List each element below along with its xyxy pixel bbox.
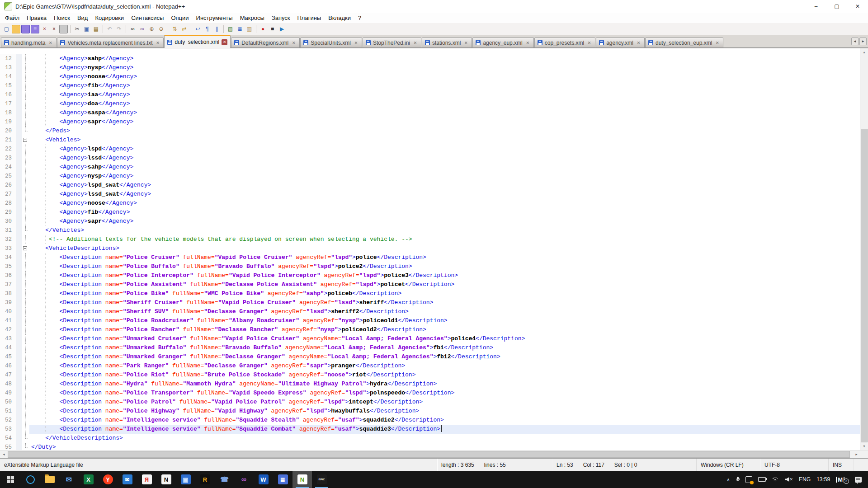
- code-line-47[interactable]: 47 <Description name="Police Riot" fullN…: [0, 371, 868, 380]
- code-line-25[interactable]: 25 <Agency>nysp</Agency>: [0, 172, 868, 181]
- code-text[interactable]: <Description name="Sheriff SUV" fullName…: [29, 307, 868, 316]
- code-line-48[interactable]: 48 <Description name="Hydra" fullName="M…: [0, 380, 868, 389]
- document-map-button[interactable]: ▧: [226, 25, 235, 33]
- clock[interactable]: 13:59: [816, 476, 830, 483]
- code-text[interactable]: <Description name="Police Transporter" f…: [29, 389, 868, 398]
- bookmark-margin[interactable]: [16, 208, 22, 217]
- cortana-search-button[interactable]: [21, 471, 40, 488]
- code-text[interactable]: <Description name="Hydra" fullName="Mamm…: [29, 380, 868, 389]
- bookmark-margin[interactable]: [16, 226, 22, 235]
- code-text[interactable]: <Description name="Police Bike" fullName…: [29, 289, 868, 298]
- status-insert-mode[interactable]: INS: [828, 459, 853, 471]
- code-text[interactable]: <Agency>lspd_swat</Agency>: [29, 181, 868, 190]
- line-number[interactable]: 45: [0, 352, 16, 361]
- battery-icon[interactable]: [758, 477, 766, 482]
- line-number[interactable]: 52: [0, 416, 16, 425]
- line-number[interactable]: 34: [0, 253, 16, 262]
- taskbar-notion-icon[interactable]: N: [156, 471, 176, 488]
- code-line-41[interactable]: 41 <Description name="Police Roadcruiser…: [0, 316, 868, 325]
- code-line-17[interactable]: 17 <Agency>doa</Agency>: [0, 99, 868, 108]
- code-line-37[interactable]: 37 <Description name="Police Assistent" …: [0, 280, 868, 289]
- code-text[interactable]: <Agency>noose</Agency>: [29, 199, 868, 208]
- code-text[interactable]: <Description name="Police Buffalo" fullN…: [29, 262, 868, 271]
- fold-collapse-icon[interactable]: [22, 244, 29, 253]
- tab-close-icon[interactable]: ✕: [714, 40, 720, 46]
- line-number[interactable]: 46: [0, 361, 16, 371]
- code-text[interactable]: <Description name="Unmarked Cruiser" ful…: [29, 334, 868, 343]
- menu-item-edit[interactable]: Правка: [23, 14, 50, 22]
- bookmark-margin[interactable]: [16, 199, 22, 208]
- taskbar-file-explorer-icon[interactable]: [40, 471, 59, 488]
- new-file-button[interactable]: ▢: [2, 25, 11, 33]
- tab-stations.xml[interactable]: stations.xml✕: [422, 38, 472, 47]
- close-button[interactable]: ✕: [847, 0, 868, 13]
- bookmark-margin[interactable]: [16, 434, 22, 443]
- code-line-15[interactable]: 15 <Agency>fib</Agency>: [0, 81, 868, 90]
- code-line-22[interactable]: 22 <Agency>lspd</Agency>: [0, 145, 868, 154]
- bookmark-margin[interactable]: [16, 136, 22, 145]
- bookmark-margin[interactable]: [16, 127, 22, 136]
- code-line-34[interactable]: 34 <Description name="Police Cruiser" fu…: [0, 253, 868, 262]
- line-number[interactable]: 12: [0, 54, 16, 63]
- line-number[interactable]: 35: [0, 262, 16, 271]
- code-text[interactable]: <Agency>nysp</Agency>: [29, 63, 868, 72]
- tray-chevron-icon[interactable]: ∧: [726, 477, 730, 482]
- code-line-23[interactable]: 23 <Agency>lssd</Agency>: [0, 154, 868, 163]
- bookmark-margin[interactable]: [16, 298, 22, 307]
- taskbar-excel-icon[interactable]: X: [79, 471, 98, 488]
- menu-item-view[interactable]: Вид: [74, 14, 92, 22]
- bookmark-margin[interactable]: [16, 154, 22, 163]
- wifi-icon[interactable]: [772, 477, 779, 482]
- bookmark-margin[interactable]: [16, 72, 22, 81]
- bookmark-margin[interactable]: [16, 172, 22, 181]
- code-line-19[interactable]: 19 <Agency>sapr</Agency>: [0, 117, 868, 127]
- bookmark-margin[interactable]: [16, 163, 22, 172]
- bookmark-margin[interactable]: [16, 325, 22, 334]
- menu-item-plugins[interactable]: Плагины: [294, 14, 325, 22]
- taskbar-photos-icon[interactable]: ▣: [176, 471, 195, 488]
- tab-scroll-left-icon[interactable]: ◄: [851, 38, 859, 45]
- code-text[interactable]: <Agency>noose</Agency>: [29, 72, 868, 81]
- bookmark-margin[interactable]: [16, 343, 22, 352]
- bookmark-margin[interactable]: [16, 334, 22, 343]
- editor-pane[interactable]: 12 <Agency>sahp</Agency>13 <Agency>nysp<…: [0, 48, 868, 450]
- line-number[interactable]: 28: [0, 199, 16, 208]
- code-line-49[interactable]: 49 <Description name="Police Transporter…: [0, 389, 868, 398]
- code-text[interactable]: <Description name="Park Ranger" fullName…: [29, 361, 868, 371]
- menu-item-file[interactable]: Файл: [1, 14, 23, 22]
- scroll-right-icon[interactable]: ►: [853, 450, 860, 458]
- code-area[interactable]: 12 <Agency>sahp</Agency>13 <Agency>nysp<…: [0, 48, 868, 450]
- line-number[interactable]: 20: [0, 127, 16, 136]
- line-number[interactable]: 55: [0, 443, 16, 450]
- code-line-43[interactable]: 43 <Description name="Unmarked Cruiser" …: [0, 334, 868, 343]
- code-text[interactable]: <Description name="Intelligence service"…: [29, 425, 868, 434]
- line-number[interactable]: 23: [0, 154, 16, 163]
- bookmark-margin[interactable]: [16, 271, 22, 280]
- code-line-36[interactable]: 36 <Description name="Police Interceptor…: [0, 271, 868, 280]
- code-line-55[interactable]: 55</Duty>: [0, 443, 868, 450]
- tab-close-icon[interactable]: ✕: [291, 40, 297, 46]
- action-center-icon[interactable]: [855, 477, 862, 483]
- bookmark-margin[interactable]: [16, 108, 22, 117]
- line-number[interactable]: 13: [0, 63, 16, 72]
- code-line-38[interactable]: 38 <Description name="Police Bike" fullN…: [0, 289, 868, 298]
- code-line-18[interactable]: 18 <Agency>saspa</Agency>: [0, 108, 868, 117]
- code-text[interactable]: <Description name="Police Highway" fullN…: [29, 407, 868, 416]
- bookmark-margin[interactable]: [16, 307, 22, 316]
- code-line-29[interactable]: 29 <Agency>fib</Agency>: [0, 208, 868, 217]
- zoom-out-button[interactable]: ⊖: [157, 25, 165, 33]
- code-text[interactable]: <Agency>fib</Agency>: [29, 208, 868, 217]
- line-number[interactable]: 38: [0, 289, 16, 298]
- vertical-scroll-thumb[interactable]: [861, 129, 868, 442]
- code-text[interactable]: <Agency>sahp</Agency>: [29, 163, 868, 172]
- code-line-45[interactable]: 45 <Description name="Unmarked Granger" …: [0, 352, 868, 361]
- scroll-left-icon[interactable]: ◄: [0, 450, 8, 458]
- taskbar-mail-app-icon[interactable]: ✉: [59, 471, 79, 488]
- bookmark-margin[interactable]: [16, 262, 22, 271]
- line-number[interactable]: 54: [0, 434, 16, 443]
- tab-agency.xml[interactable]: agency.xml✕: [596, 38, 645, 47]
- taskbar-rockstar-games-icon[interactable]: R: [195, 471, 215, 488]
- tab-close-icon[interactable]: ✕: [222, 39, 227, 45]
- tab-SpecialUnits.xml[interactable]: SpecialUnits.xml✕: [300, 38, 362, 47]
- bookmark-margin[interactable]: [16, 235, 22, 244]
